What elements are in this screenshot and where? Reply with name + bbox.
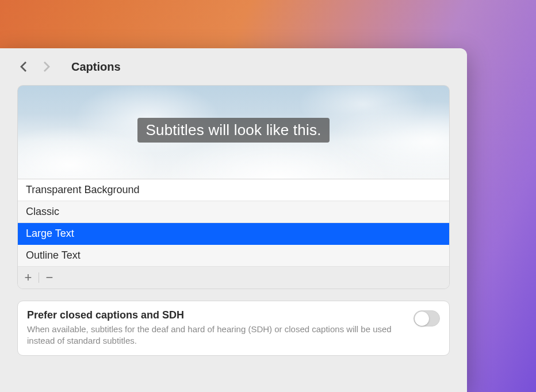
minus-icon: − bbox=[46, 270, 53, 285]
header: Captions bbox=[17, 59, 450, 75]
captions-settings-window: Captions Subtitles will look like this. … bbox=[0, 48, 467, 392]
forward-button[interactable] bbox=[40, 59, 53, 75]
style-list-footer: + − bbox=[18, 267, 449, 289]
remove-style-button[interactable]: − bbox=[39, 267, 60, 289]
style-row-label: Large Text bbox=[26, 228, 74, 239]
style-row-label: Transparent Background bbox=[26, 184, 139, 195]
style-row-large-text[interactable]: Large Text bbox=[18, 223, 449, 245]
sdh-description: When available, subtitles for the deaf a… bbox=[27, 324, 402, 347]
chevron-right-icon bbox=[43, 60, 51, 73]
style-row-transparent-background[interactable]: Transparent Background bbox=[18, 179, 449, 201]
subtitle-sample-text: Subtitles will look like this. bbox=[137, 118, 329, 143]
toggle-knob bbox=[415, 312, 429, 326]
caption-style-list: Transparent Background Classic Large Tex… bbox=[17, 179, 450, 289]
plus-icon: + bbox=[25, 270, 32, 285]
style-row-outline-text[interactable]: Outline Text bbox=[18, 245, 449, 267]
page-title: Captions bbox=[71, 60, 121, 74]
sdh-preference-card: Prefer closed captions and SDH When avai… bbox=[17, 301, 450, 356]
style-row-classic[interactable]: Classic bbox=[18, 201, 449, 223]
style-row-label: Outline Text bbox=[26, 249, 81, 261]
back-button[interactable] bbox=[17, 59, 30, 75]
sdh-title: Prefer closed captions and SDH bbox=[27, 309, 402, 321]
sdh-text-block: Prefer closed captions and SDH When avai… bbox=[27, 309, 402, 347]
sdh-toggle[interactable] bbox=[414, 310, 440, 326]
caption-preview: Subtitles will look like this. bbox=[17, 85, 450, 179]
add-style-button[interactable]: + bbox=[18, 267, 39, 289]
chevron-left-icon bbox=[20, 60, 28, 73]
nav-arrows bbox=[17, 59, 53, 75]
style-row-label: Classic bbox=[26, 206, 59, 217]
